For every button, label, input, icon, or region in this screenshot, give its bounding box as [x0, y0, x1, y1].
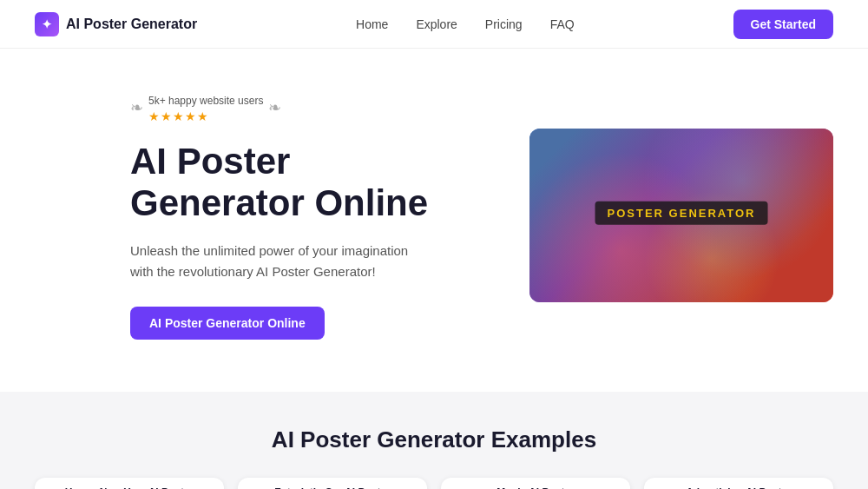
- card-title-newyear: Happy New Year AI Poster: [35, 478, 224, 489]
- examples-grid: Happy New Year AI Poster Futuristic Car …: [35, 478, 833, 489]
- logo[interactable]: ✦ AI Poster Generator: [35, 12, 197, 36]
- nav-pricing[interactable]: Pricing: [485, 17, 523, 31]
- hero-image: POSTER GENERATOR: [529, 129, 833, 302]
- hero-cta-button[interactable]: AI Poster Generator Online: [130, 307, 325, 340]
- logo-text: AI Poster Generator: [66, 17, 197, 32]
- poster-label: POSTER GENERATOR: [595, 202, 768, 225]
- laurel-left-icon: ❧: [130, 98, 143, 117]
- laurel-right-icon: ❧: [268, 98, 281, 117]
- example-card-ad[interactable]: Advertising AI Poster: [644, 478, 833, 489]
- nav-faq[interactable]: FAQ: [550, 17, 575, 31]
- examples-title: AI Poster Generator Examples: [35, 426, 833, 453]
- navbar: ✦ AI Poster Generator Home Explore Prici…: [0, 0, 868, 49]
- example-card-car[interactable]: Futuristic Car AI Poster: [238, 478, 427, 489]
- get-started-button[interactable]: Get Started: [733, 10, 833, 39]
- card-title-ad: Advertising AI Poster: [644, 478, 833, 489]
- badge-text: 5k+ happy website users: [148, 95, 263, 107]
- hero-content: ❧ 5k+ happy website users ★★★★★ ❧ AI Pos…: [130, 92, 460, 340]
- hero-description: Unleash the unlimited power of your imag…: [130, 241, 425, 282]
- hero-title: AI Poster Generator Online: [130, 141, 460, 225]
- nav-home[interactable]: Home: [356, 17, 388, 31]
- hero-image-inner: POSTER GENERATOR: [529, 129, 833, 302]
- logo-icon: ✦: [35, 12, 59, 36]
- hero-section: ❧ 5k+ happy website users ★★★★★ ❧ AI Pos…: [0, 49, 868, 392]
- example-card-newyear[interactable]: Happy New Year AI Poster: [35, 478, 224, 489]
- hero-badge: ❧ 5k+ happy website users ★★★★★ ❧: [130, 92, 460, 123]
- card-title-movie: Movie AI Poster: [441, 478, 630, 489]
- examples-section: AI Poster Generator Examples Happy New Y…: [0, 392, 868, 489]
- example-card-movie[interactable]: Movie AI Poster: [441, 478, 630, 489]
- card-title-car: Futuristic Car AI Poster: [238, 478, 427, 489]
- nav-explore[interactable]: Explore: [416, 17, 457, 31]
- star-rating: ★★★★★: [148, 109, 263, 123]
- nav-links: Home Explore Pricing FAQ: [356, 17, 575, 31]
